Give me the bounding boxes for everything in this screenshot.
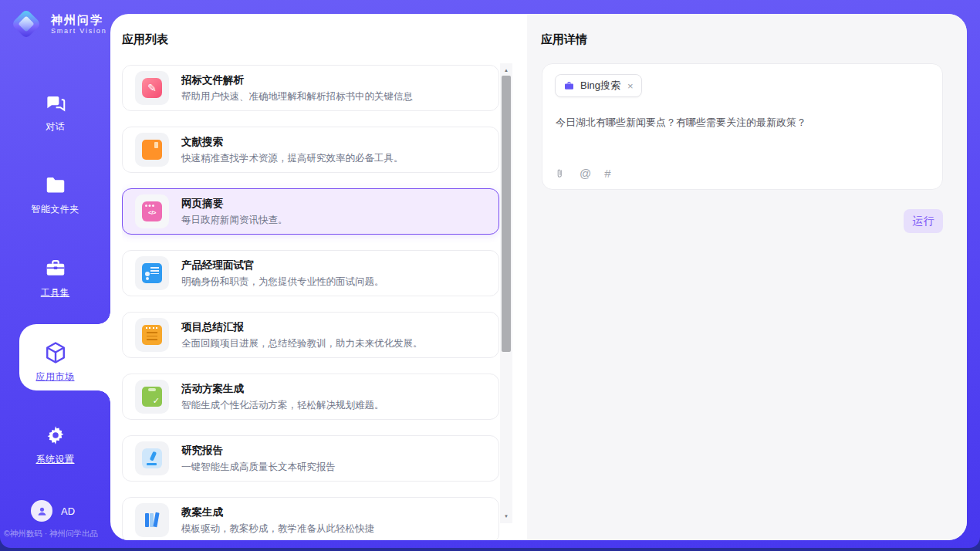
- toolbox-icon: [44, 256, 67, 281]
- paperclip-icon[interactable]: [556, 167, 566, 180]
- app-card-description: 模板驱动，教案秒成，教学准备从此轻松快捷: [181, 524, 374, 534]
- app-card-lesson-plan[interactable]: 教案生成 模板驱动，教案秒成，教学准备从此轻松快捷: [122, 497, 499, 540]
- app-card-description: 帮助用户快速、准确地理解和解析招标书中的关键信息: [181, 92, 413, 102]
- folder-icon: [44, 173, 67, 198]
- input-toolbar: @ #: [556, 167, 611, 180]
- app-list-title: 应用列表: [122, 32, 168, 47]
- sidebar-item-toolset[interactable]: 工具集: [0, 242, 110, 314]
- brand-subtitle: Smart Vision: [51, 27, 106, 35]
- app-detail-panel: 应用详情 Bing搜索 × 今日湖北有哪些新闻要点？有哪些需要关注的最新政策？ …: [527, 14, 967, 540]
- app-card-title: 项目总结汇报: [181, 322, 423, 333]
- query-text[interactable]: 今日湖北有哪些新闻要点？有哪些需要关注的最新政策？: [556, 116, 927, 130]
- sidebar-item-app-market[interactable]: 应用市场: [0, 326, 110, 398]
- sidebar-item-smart-folder[interactable]: 智能文件夹: [0, 158, 110, 231]
- app-card-title: 产品经理面试官: [181, 260, 384, 271]
- user-initials: AD: [61, 505, 75, 517]
- webpage-icon: [142, 201, 162, 221]
- app-card-title: 网页摘要: [181, 198, 288, 209]
- briefcase-icon: [563, 80, 575, 92]
- app-card-title: 研究报告: [181, 445, 336, 456]
- app-list-scrollbar[interactable]: ▲ ▼: [500, 63, 512, 523]
- books-icon: [142, 510, 162, 530]
- hash-icon[interactable]: #: [604, 167, 610, 179]
- run-button[interactable]: 运行: [904, 209, 943, 233]
- scrollbar-thumb[interactable]: [502, 76, 511, 352]
- app-card-research-report[interactable]: 研究报告 一键智能生成高质量长文本研究报告: [122, 435, 499, 482]
- notepad-icon: [142, 325, 162, 345]
- tender-doc-icon: [142, 78, 162, 98]
- microscope-icon: [142, 448, 162, 468]
- gear-icon: [44, 423, 67, 448]
- sidebar-footer: ©神州数码 · 神州问学出品: [4, 529, 98, 539]
- app-detail-title: 应用详情: [541, 32, 587, 47]
- brand: 神州问学 Smart Vision: [12, 10, 106, 38]
- app-card-description: 智能生成个性化活动方案，轻松解决规划难题。: [181, 401, 384, 411]
- user-icon: [36, 505, 48, 517]
- app-card-event-plan[interactable]: 活动方案生成 智能生成个性化活动方案，轻松解决规划难题。: [122, 374, 499, 420]
- scroll-down-icon[interactable]: ▼: [500, 511, 512, 522]
- content-surface: 应用列表 招标文件解析 帮助用户快速、准确地理解和解析招标书中的关键信息 文献搜…: [110, 14, 967, 540]
- sidebar-item-system-settings[interactable]: 系统设置: [0, 408, 110, 481]
- app-frame: 神州问学 Smart Vision 对话 智能文件夹 工具集 应用市场 系统设置…: [0, 0, 980, 548]
- sidebar-item-chat[interactable]: 对话: [0, 76, 110, 148]
- avatar[interactable]: [31, 500, 52, 522]
- cube-icon: [42, 340, 69, 365]
- resume-icon: [142, 263, 162, 283]
- brand-name: 神州问学: [51, 13, 106, 27]
- scroll-up-icon[interactable]: ▲: [500, 65, 512, 76]
- app-card-project-summary[interactable]: 项目总结汇报 全面回顾项目进展，总结经验教训，助力未来优化发展。: [122, 312, 499, 358]
- sidebar: 神州问学 Smart Vision 对话 智能文件夹 工具集 应用市场 系统设置…: [0, 0, 110, 548]
- app-card-title: 招标文件解析: [181, 75, 413, 86]
- user-profile[interactable]: AD: [31, 500, 75, 522]
- app-card-title: 教案生成: [181, 507, 374, 518]
- app-card-webpage-summary[interactable]: 网页摘要 每日政府新闻资讯快查。: [122, 188, 499, 235]
- app-card-description: 明确身份和职责，为您提供专业性的面试问题。: [181, 277, 384, 287]
- app-card-description: 快速精准查找学术资源，提高研究效率的必备工具。: [181, 154, 404, 164]
- tool-tag-bing-search[interactable]: Bing搜索 ×: [555, 74, 642, 97]
- query-input-card[interactable]: Bing搜索 × 今日湖北有哪些新闻要点？有哪些需要关注的最新政策？ @ #: [542, 63, 943, 190]
- app-card-list: 招标文件解析 帮助用户快速、准确地理解和解析招标书中的关键信息 文献搜索 快速精…: [122, 65, 502, 540]
- app-card-pm-interviewer[interactable]: 产品经理面试官 明确身份和职责，为您提供专业性的面试问题。: [122, 250, 499, 296]
- tag-close-icon[interactable]: ×: [627, 80, 634, 92]
- chat-icon: [44, 90, 67, 115]
- app-card-description: 一键智能生成高质量长文本研究报告: [181, 462, 336, 472]
- mention-icon[interactable]: @: [580, 167, 591, 179]
- app-card-title: 文献搜索: [181, 137, 404, 147]
- app-card-description: 全面回顾项目进展，总结经验教训，助力未来优化发展。: [181, 339, 423, 349]
- app-card-title: 活动方案生成: [181, 384, 384, 394]
- clipboard-icon: [142, 387, 162, 407]
- app-card-literature-search[interactable]: 文献搜索 快速精准查找学术资源，提高研究效率的必备工具。: [122, 127, 499, 173]
- app-card-description: 每日政府新闻资讯快查。: [181, 215, 288, 225]
- book-icon: [142, 140, 162, 160]
- brand-logo-icon: [11, 8, 42, 39]
- app-card-tender-doc-analysis[interactable]: 招标文件解析 帮助用户快速、准确地理解和解析招标书中的关键信息: [122, 65, 499, 111]
- tool-tag-label: Bing搜索: [580, 79, 620, 93]
